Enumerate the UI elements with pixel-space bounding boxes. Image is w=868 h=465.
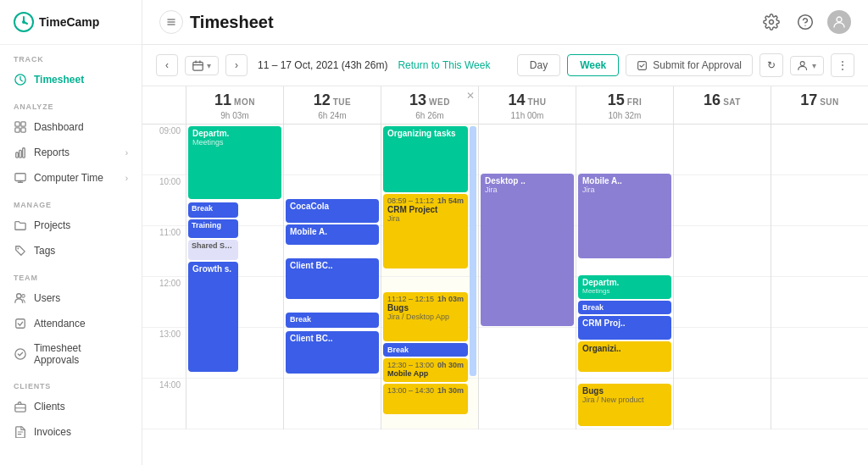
event-break-mon[interactable]: Break (188, 202, 238, 218)
close-day-button[interactable]: ✕ (466, 90, 475, 102)
sidebar: TimeCamp TRACK Timesheet ANALYZE Dashboa… (0, 0, 142, 465)
time-label-12: 12:00 (142, 277, 186, 328)
svg-rect-23 (638, 61, 647, 69)
sidebar-label-team: TEAM (0, 263, 142, 285)
svg-point-21 (837, 17, 842, 22)
chevron-right-icon: › (125, 148, 128, 158)
sidebar-label-clients: CLIENTS (0, 372, 142, 394)
event-crm-wed[interactable]: 08:59 – 11:12 1h 54m CRM Project Jira (383, 194, 468, 268)
bar-chart-icon (14, 146, 27, 159)
svg-point-12 (17, 294, 21, 298)
event-organizing-fri[interactable]: Organizi.. (578, 341, 671, 372)
svg-rect-10 (15, 174, 25, 181)
event-departm-fri[interactable]: Departm. Meetings (578, 275, 671, 299)
event-break-fri[interactable]: Break (578, 301, 671, 314)
day-name: MON (234, 97, 255, 107)
day-name: FRI (627, 97, 643, 107)
day-header-sat: 16 SAT (674, 86, 771, 124)
day-number: 17 (800, 91, 817, 109)
sidebar-item-label: Attendance (34, 318, 86, 329)
event-mobile-tue[interactable]: Mobile A. (286, 224, 379, 245)
sidebar-section-team: TEAM Users Attendance Timesheet Approval… (0, 263, 142, 372)
sidebar-item-timesheet-approvals[interactable]: Timesheet Approvals (0, 336, 142, 372)
sidebar-item-dashboard[interactable]: Dashboard (0, 114, 142, 140)
event-desktop-thu[interactable]: Desktop .. Jira (481, 174, 574, 326)
refresh-button[interactable]: ↻ (760, 53, 783, 77)
avatar[interactable] (827, 10, 851, 34)
more-options-button[interactable]: ⋮ (831, 53, 854, 77)
help-button[interactable] (793, 10, 817, 34)
prev-week-button[interactable]: ‹ (156, 54, 178, 76)
event-clientbc2-tue[interactable]: Client BC.. (286, 331, 379, 374)
day-body-thu: Desktop .. Jira (479, 125, 576, 429)
sidebar-label-analyze: ANALYZE (0, 92, 142, 114)
day-name: THU (527, 97, 546, 107)
calendar-header: 11 MON 9h 03m 12 TUE 6h 24m (142, 86, 868, 125)
topbar: Timesheet (142, 0, 868, 45)
day-name: WED (429, 97, 450, 107)
day-body-wed: Organizing tasks 08:59 – 11:12 1h 54m CR… (381, 125, 479, 429)
sidebar-item-label: Timesheet Approvals (34, 342, 128, 366)
file-text-icon (14, 425, 27, 439)
sidebar-item-reports[interactable]: Reports › (0, 140, 142, 165)
settings-button[interactable] (760, 10, 783, 34)
return-to-this-week-link[interactable]: Return to This Week (398, 59, 490, 71)
day-name: SUN (820, 97, 839, 107)
day-header-sun: 17 SUN (771, 86, 868, 124)
sidebar-item-label: Dashboard (34, 121, 84, 133)
calendar-picker-button[interactable]: ▾ (185, 56, 219, 75)
svg-point-18 (770, 20, 774, 25)
sidebar-item-users[interactable]: Users (0, 285, 142, 311)
day-number: 12 (314, 91, 331, 109)
event-growth-mon[interactable]: Growth s. (188, 262, 238, 372)
event-break-tue[interactable]: Break (286, 313, 379, 328)
day-view-button[interactable]: Day (517, 54, 560, 76)
sidebar-toggle-button[interactable] (159, 10, 183, 34)
sidebar-item-timesheet[interactable]: Timesheet (0, 67, 142, 92)
event-crm-fri[interactable]: CRM Proj.. (578, 316, 671, 340)
sidebar-item-computer-time[interactable]: Computer Time › (0, 165, 142, 191)
day-header-wed: 13 WED 6h 26m ✕ (381, 86, 479, 124)
time-label-11: 11:00 (142, 226, 186, 277)
event-bugs-wed[interactable]: 11:12 – 12:15 1h 03m Bugs Jira / Desktop… (383, 292, 468, 341)
logo-text: TimeCamp (39, 15, 99, 29)
event-training-mon[interactable]: Training (188, 219, 238, 238)
sidebar-item-clients[interactable]: Clients (0, 394, 142, 419)
sidebar-item-label: Projects (34, 219, 70, 231)
chevron-right-icon: › (125, 174, 128, 183)
briefcase-icon (14, 400, 27, 413)
event-break-wed[interactable]: Break (383, 343, 468, 357)
event-departm-mon[interactable]: Departm. Meetings (188, 126, 281, 199)
sidebar-item-projects[interactable]: Projects (0, 213, 142, 238)
event-mobile-fri[interactable]: Mobile A.. Jira (578, 174, 671, 258)
event-clientbc1-tue[interactable]: Client BC.. (286, 258, 379, 299)
time-label-09: 09:00 (142, 125, 186, 175)
event-bugs-fri[interactable]: Bugs Jira / New product (578, 384, 671, 426)
day-number: 15 (608, 91, 625, 109)
monitor-icon (14, 171, 27, 185)
time-label-13: 13:00 (142, 328, 186, 379)
day-body-fri: Mobile A.. Jira Departm. Meetings Break … (576, 125, 674, 429)
logo: TimeCamp (0, 0, 142, 45)
check-square-icon (14, 317, 27, 330)
sidebar-section-manage: MANAGE Projects Tags (0, 191, 142, 263)
topbar-icons (760, 10, 851, 34)
sidebar-item-label: Timesheet (34, 74, 84, 86)
user-filter-button[interactable]: ▾ (790, 56, 824, 75)
next-week-button[interactable]: › (225, 54, 248, 76)
sidebar-item-attendance[interactable]: Attendance (0, 311, 142, 336)
sidebar-item-invoices[interactable]: Invoices (0, 419, 142, 445)
sidebar-section-track: TRACK Timesheet (0, 45, 142, 92)
event-shared-mon[interactable]: Shared Services (188, 240, 238, 260)
submit-approval-button[interactable]: Submit for Approval (626, 54, 753, 76)
sidebar-item-tags[interactable]: Tags (0, 238, 142, 263)
event-organizing-wed[interactable]: Organizing tasks (383, 126, 468, 192)
calendar-dropdown-arrow: ▾ (207, 61, 211, 70)
day-body-tue: CocaCola Mobile A. Client BC.. Break Cli… (284, 125, 381, 429)
week-view-button[interactable]: Week (567, 54, 619, 76)
day-header-tue: 12 TUE 6h 24m (284, 86, 381, 124)
tag-icon (14, 244, 27, 257)
event-cocacola-tue[interactable]: CocaCola (286, 199, 379, 223)
event-1300-wed[interactable]: 13:00 – 14:30 1h 30m (383, 384, 468, 414)
event-mobileapp-wed[interactable]: 12:30 – 13:00 0h 30m Mobile App (383, 358, 468, 382)
